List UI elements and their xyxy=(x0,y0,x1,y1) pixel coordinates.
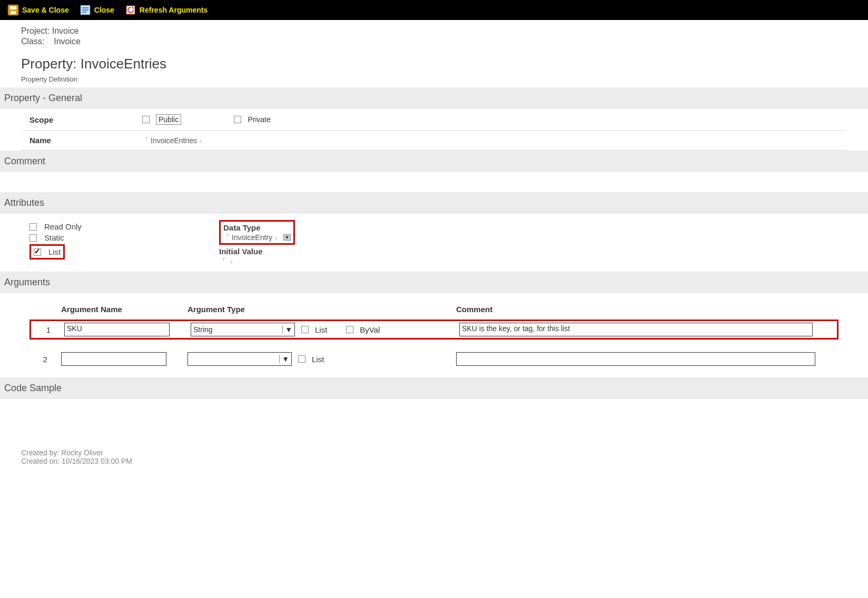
dropdown-arrow-icon: ▼ xyxy=(279,355,289,363)
scope-label: Scope xyxy=(21,115,142,124)
toolbar: Save & Close Close Refresh Arguments xyxy=(0,0,868,20)
title-value: InvoiceEntries xyxy=(81,56,166,72)
bracket-close-icon: 』 xyxy=(199,136,205,145)
page-title: Property: InvoiceEntries xyxy=(21,56,847,72)
attributes-body: Read Only Static List Data Type 『 Invoic… xyxy=(21,214,847,272)
datatype-value: InvoiceEntry xyxy=(232,233,272,242)
list-label: List xyxy=(48,247,61,256)
arg-list-label: List xyxy=(312,355,324,364)
arg-name-input[interactable]: SKU xyxy=(64,323,170,336)
bracket-open-icon: 『 xyxy=(142,136,149,145)
attributes-right-col: Data Type 『 InvoiceEntry 』 ▼ Initial Val… xyxy=(203,220,295,265)
close-button[interactable]: Close xyxy=(75,2,119,18)
arg-comment-input[interactable] xyxy=(456,352,815,366)
arg-list-checkbox[interactable] xyxy=(298,355,305,363)
public-checkbox[interactable] xyxy=(142,116,150,123)
datatype-highlight: Data Type 『 InvoiceEntry 』 ▼ xyxy=(219,220,295,245)
name-value: InvoiceEntries xyxy=(151,136,197,145)
arg-byval-checkbox[interactable] xyxy=(346,326,353,333)
project-label: Project: xyxy=(21,26,50,35)
section-codesample-header: Code Sample xyxy=(0,377,868,399)
svg-rect-1 xyxy=(10,6,16,9)
arg-type-select[interactable]: String ▼ xyxy=(191,323,295,336)
bracket-close-icon: 』 xyxy=(230,256,236,265)
content-area: Project: Invoice Class: Invoice Property… xyxy=(0,20,868,476)
svg-rect-5 xyxy=(82,9,88,11)
arg-list-checkbox[interactable] xyxy=(301,326,309,333)
property-definition-label: Property Definition xyxy=(21,75,847,83)
svg-rect-4 xyxy=(82,7,88,8)
private-label: Private xyxy=(248,115,271,124)
arg-type-value: String xyxy=(193,325,213,334)
arg-list-label: List xyxy=(315,325,327,334)
class-value: Invoice xyxy=(54,37,81,46)
svg-rect-6 xyxy=(82,12,86,13)
project-value: Invoice xyxy=(52,26,79,35)
created-on-label: Created on: xyxy=(21,457,60,465)
arg-header-type: Argument Type xyxy=(188,305,298,314)
datatype-field[interactable]: 『 InvoiceEntry 』 ▼ xyxy=(223,233,291,242)
created-on-value: 10/16/2023 03:00 PM xyxy=(62,457,132,465)
scope-options: Public Private xyxy=(142,114,271,125)
arg-row-num: 1 xyxy=(33,325,64,334)
arg-row-num: 2 xyxy=(29,355,61,364)
datatype-dropdown-icon[interactable]: ▼ xyxy=(283,234,291,241)
save-close-icon xyxy=(7,4,19,16)
name-row: Name 『 InvoiceEntries 』 xyxy=(21,131,847,151)
arg-byval-label: ByVal xyxy=(360,325,380,334)
svg-rect-2 xyxy=(11,11,16,14)
list-highlight: List xyxy=(29,244,65,260)
name-label: Name xyxy=(21,136,142,145)
dropdown-arrow-icon: ▼ xyxy=(282,325,292,334)
created-by-value: Rocky Oliver xyxy=(61,448,103,457)
comment-field[interactable] xyxy=(21,172,847,192)
datatype-label: Data Type xyxy=(223,223,291,232)
section-general-header: Property - General xyxy=(0,87,868,109)
arguments-body: Argument Name Argument Type Comment 1 SK… xyxy=(21,293,847,377)
section-attributes-header: Attributes xyxy=(0,192,868,214)
private-checkbox[interactable] xyxy=(234,116,241,123)
section-comment-header: Comment xyxy=(0,151,868,172)
section-arguments-header: Arguments xyxy=(0,272,868,293)
static-label: Static xyxy=(44,233,64,242)
readonly-label: Read Only xyxy=(44,222,82,231)
attributes-left-col: Read Only Static List xyxy=(29,220,203,265)
save-close-label: Save & Close xyxy=(22,6,69,14)
bracket-open-icon: 『 xyxy=(219,256,225,265)
class-label: Class: xyxy=(21,37,44,46)
arg-header-name: Argument Name xyxy=(61,305,188,314)
arg-comment-value: SKU is the key, or tag, for this list xyxy=(462,324,570,333)
codesample-field[interactable] xyxy=(21,399,847,427)
argument-row: 2 ▼ List xyxy=(29,348,839,370)
bracket-open-icon: 『 xyxy=(223,233,230,242)
arg-name-input[interactable] xyxy=(61,352,166,366)
refresh-label: Refresh Arguments xyxy=(140,6,208,14)
readonly-checkbox[interactable] xyxy=(29,223,37,231)
arguments-header-row: Argument Name Argument Type Comment xyxy=(29,301,839,318)
footer: Created by: Rocky Oliver Created on: 10/… xyxy=(21,448,847,465)
class-line: Class: Invoice xyxy=(21,37,847,46)
created-by-label: Created by: xyxy=(21,448,59,457)
close-label: Close xyxy=(94,6,114,14)
public-label: Public xyxy=(156,114,181,125)
initial-value-field[interactable]: 『 』 xyxy=(219,256,236,265)
name-field[interactable]: 『 InvoiceEntries 』 xyxy=(142,136,205,145)
section-general-body: Scope Public Private Name 『 InvoiceEntri… xyxy=(21,109,847,151)
arg-header-comment: Comment xyxy=(456,305,839,314)
refresh-button[interactable]: Refresh Arguments xyxy=(121,2,212,18)
refresh-icon xyxy=(125,4,136,16)
argument-row-highlight: 1 SKU String ▼ List ByVal xyxy=(29,320,839,340)
scope-row: Scope Public Private xyxy=(21,109,847,131)
save-close-button[interactable]: Save & Close xyxy=(3,2,73,18)
static-checkbox[interactable] xyxy=(29,234,37,242)
bracket-close-icon: 』 xyxy=(274,233,281,242)
arg-type-select[interactable]: ▼ xyxy=(188,352,292,366)
close-icon xyxy=(80,4,91,16)
title-prefix: Property: xyxy=(21,56,77,72)
arg-comment-input[interactable]: SKU is the key, or tag, for this list xyxy=(459,323,813,336)
list-checkbox[interactable] xyxy=(34,248,41,256)
initial-value-label: Initial Value xyxy=(219,247,295,256)
project-line: Project: Invoice xyxy=(21,26,847,36)
arg-name-value: SKU xyxy=(67,324,82,333)
